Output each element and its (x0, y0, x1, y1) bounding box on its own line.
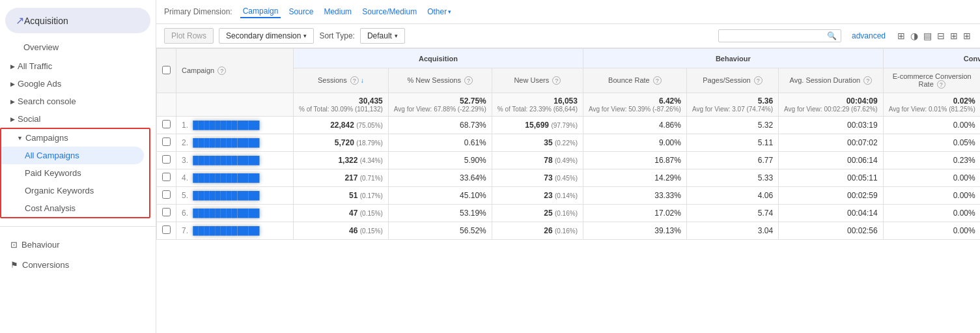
tab-medium[interactable]: Medium (321, 6, 354, 18)
row-sessions: 22,842 (75.05%) (294, 117, 389, 134)
acquisition-icon: ↗ (16, 14, 24, 27)
campaign-link[interactable]: ████████████ (193, 209, 259, 218)
campaign-link[interactable]: ████████████ (193, 138, 259, 147)
sidebar-item-overview[interactable]: Overview (0, 38, 156, 56)
checkbox-row[interactable] (162, 120, 171, 128)
row-pct-new: 53.19% (388, 205, 492, 222)
totals-avg-duration: 00:04:09 Avg for View: 00:02:29 (67.62%) (779, 93, 884, 117)
checkbox-row[interactable] (162, 225, 171, 234)
help-icon-campaign[interactable]: ? (217, 66, 226, 75)
sidebar-item-social[interactable]: ▶ Social (0, 109, 156, 126)
row-pages-session: 5.33 (686, 169, 778, 187)
row-avg-duration: 00:02:56 (779, 222, 884, 240)
row-checkbox[interactable] (157, 169, 176, 187)
row-ecomm-rate: 0.00% (883, 222, 980, 240)
table-row: 3. ████████████ 1,322 (4.34%) 5.90% 78 (… (157, 152, 981, 169)
campaign-link[interactable]: ████████████ (193, 121, 259, 130)
sidebar-item-conversions[interactable]: ⚑ Conversions (0, 255, 156, 272)
checkbox-row[interactable] (162, 190, 171, 199)
help-icon-ecomm-rate[interactable]: ? (937, 80, 945, 89)
search-icon[interactable]: 🔍 (827, 31, 837, 40)
sidebar-item-cost-analysis[interactable]: Cost Analysis (1, 199, 149, 217)
secondary-dimension-button[interactable]: Secondary dimension ▾ (219, 28, 314, 44)
tab-campaign[interactable]: Campaign (240, 5, 281, 18)
help-icon-new-users[interactable]: ? (552, 76, 561, 85)
chevron-down-icon: ▾ (395, 33, 398, 39)
row-checkbox[interactable] (157, 117, 176, 134)
row-pct-new: 33.64% (388, 169, 492, 187)
advanced-link[interactable]: advanced (852, 31, 886, 40)
checkbox-row[interactable] (162, 208, 171, 216)
row-new-users: 26 (0.16%) (492, 222, 583, 240)
col-header-campaign: Campaign ? (176, 49, 294, 93)
totals-pct-new: 52.75% Avg for View: 67.88% (-22.29%) (388, 93, 492, 117)
sidebar-item-behaviour[interactable]: ⊡ Behaviour (0, 235, 156, 252)
sidebar-item-all-traffic[interactable]: ▶ All Traffic (0, 56, 156, 74)
col-header-bounce-rate: Bounce Rate ? (583, 68, 686, 93)
totals-ecomm-rate: 0.02% Avg for View: 0.01% (81.25%) (883, 93, 980, 117)
help-icon-bounce-rate[interactable]: ? (653, 76, 662, 85)
row-checkbox[interactable] (157, 222, 176, 240)
custom-view-icon[interactable]: ⊞ (962, 29, 972, 42)
row-campaign-name: 4. ████████████ (176, 169, 294, 187)
bar-view-icon[interactable]: ▤ (922, 29, 933, 42)
campaign-link[interactable]: ████████████ (193, 226, 259, 235)
row-campaign-name: 7. ████████████ (176, 222, 294, 240)
tab-source-medium[interactable]: Source/Medium (359, 6, 419, 18)
row-pct-new: 56.52% (388, 222, 492, 240)
help-icon-sessions[interactable]: ? (350, 76, 359, 85)
plot-rows-button[interactable]: Plot Rows (164, 28, 214, 44)
row-checkbox[interactable] (157, 187, 176, 205)
totals-pages-session: 5.36 Avg for View: 3.07 (74.74%) (686, 93, 778, 117)
row-checkbox[interactable] (157, 134, 176, 152)
pivot-view-icon[interactable]: ⊞ (949, 29, 959, 42)
sidebar-item-paid-keywords[interactable]: Paid Keywords (1, 164, 149, 182)
row-bounce-rate: 4.86% (583, 117, 686, 134)
col-header-new-users: New Users ? (492, 68, 583, 93)
row-checkbox[interactable] (157, 152, 176, 169)
sort-default-button[interactable]: Default ▾ (360, 28, 405, 44)
sidebar: ↗ Acquisition Overview ▶ All Traffic ▶ G… (0, 0, 156, 333)
row-sessions: 46 (0.15%) (294, 222, 389, 240)
totals-bounce-rate: 6.42% Avg for View: 50.39% (-87.26%) (583, 93, 686, 117)
chevron-icon: ▶ (10, 63, 15, 70)
table-row: 2. ████████████ 5,720 (18.79%) 0.61% 35 … (157, 134, 981, 152)
help-icon-pct-new[interactable]: ? (464, 76, 473, 85)
campaign-link[interactable]: ████████████ (193, 156, 259, 165)
search-box: 🔍 (718, 29, 841, 42)
acquisition-nav-item[interactable]: ↗ Acquisition (5, 8, 150, 33)
behaviour-icon: ⊡ (10, 240, 18, 250)
compare-view-icon[interactable]: ⊟ (936, 29, 946, 42)
sidebar-item-google-ads[interactable]: ▶ Google Ads (0, 74, 156, 91)
row-pct-new: 45.10% (388, 187, 492, 205)
search-input[interactable] (723, 31, 827, 40)
checkbox-row[interactable] (162, 138, 171, 146)
grid-view-icon[interactable]: ⊞ (896, 29, 906, 42)
sidebar-item-organic-keywords[interactable]: Organic Keywords (1, 182, 149, 199)
campaign-link[interactable]: ████████████ (193, 173, 259, 182)
select-all-checkbox[interactable] (157, 49, 176, 93)
checkbox-row[interactable] (162, 173, 171, 181)
tab-source[interactable]: Source (286, 6, 316, 18)
help-icon-avg-duration[interactable]: ? (863, 76, 872, 85)
checkbox-all[interactable] (162, 66, 171, 74)
group-header-conversions: Conversions E-commerce ▾ (883, 49, 980, 68)
tab-other[interactable]: Other ▾ (425, 6, 454, 18)
pie-view-icon[interactable]: ◑ (909, 29, 919, 42)
row-sessions: 217 (0.71%) (294, 169, 389, 187)
sidebar-item-all-campaigns[interactable]: All Campaigns (1, 147, 144, 164)
row-pct-new: 68.73% (388, 117, 492, 134)
group-header-acquisition: Acquisition (294, 49, 583, 68)
data-table: Campaign ? Acquisition Behaviour Convers… (156, 48, 980, 240)
help-icon-pages-session[interactable]: ? (754, 76, 763, 85)
checkbox-row[interactable] (162, 155, 171, 164)
row-pages-session: 5.11 (686, 134, 778, 152)
row-checkbox[interactable] (157, 205, 176, 222)
sidebar-item-search-console[interactable]: ▶ Search console (0, 91, 156, 109)
campaign-link[interactable]: ████████████ (193, 191, 259, 200)
row-avg-duration: 00:06:14 (779, 152, 884, 169)
chevron-down-icon: ▼ (17, 135, 23, 141)
table-row: 6. ████████████ 47 (0.15%) 53.19% 25 (0.… (157, 205, 981, 222)
sidebar-item-campaigns[interactable]: ▼ Campaigns (1, 129, 149, 147)
row-sessions: 51 (0.17%) (294, 187, 389, 205)
